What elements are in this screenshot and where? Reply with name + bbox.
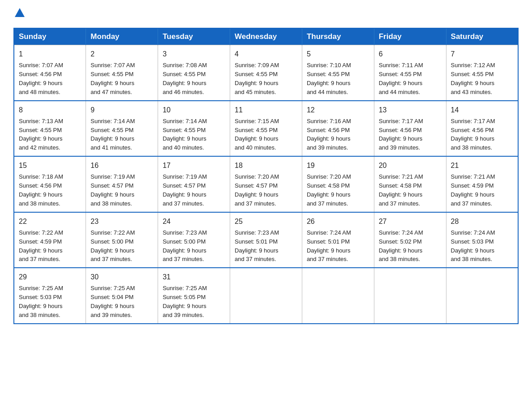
- calendar-cell: 31Sunrise: 7:25 AMSunset: 5:05 PMDayligh…: [158, 268, 230, 324]
- calendar-cell: 30Sunrise: 7:25 AMSunset: 5:04 PMDayligh…: [86, 268, 158, 324]
- day-sunrise-info: Sunrise: 7:15 AMSunset: 4:55 PMDaylight:…: [235, 118, 279, 151]
- calendar-cell: 5Sunrise: 7:10 AMSunset: 4:55 PMDaylight…: [302, 45, 374, 101]
- calendar-cell: 14Sunrise: 7:17 AMSunset: 4:56 PMDayligh…: [446, 101, 518, 157]
- day-sunrise-info: Sunrise: 7:07 AMSunset: 4:56 PMDaylight:…: [19, 62, 63, 95]
- calendar-cell: 24Sunrise: 7:23 AMSunset: 5:00 PMDayligh…: [158, 212, 230, 268]
- day-number: 14: [451, 105, 513, 115]
- logo-triangle-icon: [15, 8, 25, 19]
- day-number: 1: [19, 49, 81, 59]
- day-number: 10: [163, 105, 225, 115]
- calendar-week-row: 22Sunrise: 7:22 AMSunset: 4:59 PMDayligh…: [14, 212, 518, 268]
- calendar-cell: 18Sunrise: 7:20 AMSunset: 4:57 PMDayligh…: [230, 156, 302, 212]
- calendar-table: SundayMondayTuesdayWednesdayThursdayFrid…: [13, 28, 519, 324]
- calendar-cell: [302, 268, 374, 324]
- day-sunrise-info: Sunrise: 7:14 AMSunset: 4:55 PMDaylight:…: [90, 118, 135, 151]
- day-sunrise-info: Sunrise: 7:24 AMSunset: 5:02 PMDaylight:…: [379, 229, 423, 263]
- day-number: 27: [379, 216, 442, 227]
- calendar-cell: 6Sunrise: 7:11 AMSunset: 4:55 PMDaylight…: [374, 45, 446, 101]
- day-header-saturday: Saturday: [446, 28, 518, 45]
- day-sunrise-info: Sunrise: 7:20 AMSunset: 4:57 PMDaylight:…: [235, 173, 279, 207]
- day-sunrise-info: Sunrise: 7:18 AMSunset: 4:56 PMDaylight:…: [19, 173, 63, 207]
- calendar-cell: 13Sunrise: 7:17 AMSunset: 4:56 PMDayligh…: [374, 101, 446, 157]
- calendar-cell: 11Sunrise: 7:15 AMSunset: 4:55 PMDayligh…: [230, 101, 302, 157]
- day-header-wednesday: Wednesday: [230, 28, 302, 45]
- calendar-cell: 20Sunrise: 7:21 AMSunset: 4:58 PMDayligh…: [374, 156, 446, 212]
- day-sunrise-info: Sunrise: 7:19 AMSunset: 4:57 PMDaylight:…: [90, 173, 135, 207]
- day-number: 31: [163, 272, 225, 282]
- calendar-header-row: SundayMondayTuesdayWednesdayThursdayFrid…: [14, 28, 518, 45]
- day-header-sunday: Sunday: [14, 28, 86, 45]
- calendar-cell: 12Sunrise: 7:16 AMSunset: 4:56 PMDayligh…: [302, 101, 374, 157]
- calendar-cell: 26Sunrise: 7:24 AMSunset: 5:01 PMDayligh…: [302, 212, 374, 268]
- day-number: 3: [163, 49, 225, 59]
- day-sunrise-info: Sunrise: 7:11 AMSunset: 4:55 PMDaylight:…: [379, 62, 423, 95]
- day-header-tuesday: Tuesday: [158, 28, 230, 45]
- day-number: 4: [235, 49, 297, 59]
- calendar-cell: 25Sunrise: 7:23 AMSunset: 5:01 PMDayligh…: [230, 212, 302, 268]
- calendar-cell: 23Sunrise: 7:22 AMSunset: 5:00 PMDayligh…: [86, 212, 158, 268]
- day-header-friday: Friday: [374, 28, 446, 45]
- page-header: [13, 9, 519, 20]
- day-number: 29: [19, 272, 81, 282]
- day-sunrise-info: Sunrise: 7:12 AMSunset: 4:55 PMDaylight:…: [451, 62, 495, 95]
- day-sunrise-info: Sunrise: 7:24 AMSunset: 5:03 PMDaylight:…: [451, 229, 495, 263]
- day-number: 18: [235, 160, 297, 171]
- day-sunrise-info: Sunrise: 7:14 AMSunset: 4:55 PMDaylight:…: [163, 118, 207, 151]
- day-number: 22: [19, 216, 81, 227]
- calendar-cell: 1Sunrise: 7:07 AMSunset: 4:56 PMDaylight…: [14, 45, 86, 101]
- logo: [13, 9, 25, 20]
- calendar-cell: 8Sunrise: 7:13 AMSunset: 4:55 PMDaylight…: [14, 101, 86, 157]
- calendar-week-row: 1Sunrise: 7:07 AMSunset: 4:56 PMDaylight…: [14, 45, 518, 101]
- day-sunrise-info: Sunrise: 7:17 AMSunset: 4:56 PMDaylight:…: [379, 118, 423, 151]
- calendar-cell: 19Sunrise: 7:20 AMSunset: 4:58 PMDayligh…: [302, 156, 374, 212]
- day-number: 6: [379, 49, 442, 59]
- calendar-cell: 17Sunrise: 7:19 AMSunset: 4:57 PMDayligh…: [158, 156, 230, 212]
- calendar-cell: 27Sunrise: 7:24 AMSunset: 5:02 PMDayligh…: [374, 212, 446, 268]
- day-sunrise-info: Sunrise: 7:25 AMSunset: 5:04 PMDaylight:…: [90, 285, 135, 318]
- calendar-cell: [230, 268, 302, 324]
- calendar-cell: 22Sunrise: 7:22 AMSunset: 4:59 PMDayligh…: [14, 212, 86, 268]
- day-header-thursday: Thursday: [302, 28, 374, 45]
- day-number: 23: [90, 216, 153, 227]
- calendar-cell: [446, 268, 518, 324]
- day-number: 20: [379, 160, 442, 171]
- day-number: 25: [235, 216, 297, 227]
- day-sunrise-info: Sunrise: 7:25 AMSunset: 5:05 PMDaylight:…: [163, 285, 207, 318]
- day-number: 16: [90, 160, 153, 171]
- calendar-cell: 2Sunrise: 7:07 AMSunset: 4:55 PMDaylight…: [86, 45, 158, 101]
- day-number: 26: [307, 216, 369, 227]
- day-sunrise-info: Sunrise: 7:25 AMSunset: 5:03 PMDaylight:…: [19, 285, 63, 318]
- calendar-cell: 29Sunrise: 7:25 AMSunset: 5:03 PMDayligh…: [14, 268, 86, 324]
- calendar-cell: 7Sunrise: 7:12 AMSunset: 4:55 PMDaylight…: [446, 45, 518, 101]
- day-number: 7: [451, 49, 513, 59]
- day-sunrise-info: Sunrise: 7:21 AMSunset: 4:59 PMDaylight:…: [451, 173, 495, 207]
- day-sunrise-info: Sunrise: 7:13 AMSunset: 4:55 PMDaylight:…: [19, 118, 63, 151]
- day-sunrise-info: Sunrise: 7:20 AMSunset: 4:58 PMDaylight:…: [307, 173, 351, 207]
- day-number: 15: [19, 160, 81, 171]
- day-number: 8: [19, 105, 81, 115]
- calendar-cell: 15Sunrise: 7:18 AMSunset: 4:56 PMDayligh…: [14, 156, 86, 212]
- day-number: 17: [163, 160, 225, 171]
- day-number: 28: [451, 216, 513, 227]
- day-sunrise-info: Sunrise: 7:19 AMSunset: 4:57 PMDaylight:…: [163, 173, 207, 207]
- calendar-cell: 16Sunrise: 7:19 AMSunset: 4:57 PMDayligh…: [86, 156, 158, 212]
- day-sunrise-info: Sunrise: 7:23 AMSunset: 5:00 PMDaylight:…: [163, 229, 207, 263]
- day-number: 30: [90, 272, 153, 282]
- day-header-monday: Monday: [86, 28, 158, 45]
- day-number: 5: [307, 49, 369, 59]
- day-number: 2: [90, 49, 153, 59]
- day-number: 9: [90, 105, 153, 115]
- calendar-cell: 21Sunrise: 7:21 AMSunset: 4:59 PMDayligh…: [446, 156, 518, 212]
- day-sunrise-info: Sunrise: 7:16 AMSunset: 4:56 PMDaylight:…: [307, 118, 351, 151]
- day-sunrise-info: Sunrise: 7:10 AMSunset: 4:55 PMDaylight:…: [307, 62, 351, 95]
- day-sunrise-info: Sunrise: 7:08 AMSunset: 4:55 PMDaylight:…: [163, 62, 207, 95]
- day-number: 21: [451, 160, 513, 171]
- day-sunrise-info: Sunrise: 7:21 AMSunset: 4:58 PMDaylight:…: [379, 173, 423, 207]
- day-sunrise-info: Sunrise: 7:07 AMSunset: 4:55 PMDaylight:…: [90, 62, 135, 95]
- calendar-week-row: 15Sunrise: 7:18 AMSunset: 4:56 PMDayligh…: [14, 156, 518, 212]
- calendar-cell: 10Sunrise: 7:14 AMSunset: 4:55 PMDayligh…: [158, 101, 230, 157]
- day-sunrise-info: Sunrise: 7:09 AMSunset: 4:55 PMDaylight:…: [235, 62, 279, 95]
- calendar-cell: 9Sunrise: 7:14 AMSunset: 4:55 PMDaylight…: [86, 101, 158, 157]
- calendar-cell: [374, 268, 446, 324]
- day-number: 24: [163, 216, 225, 227]
